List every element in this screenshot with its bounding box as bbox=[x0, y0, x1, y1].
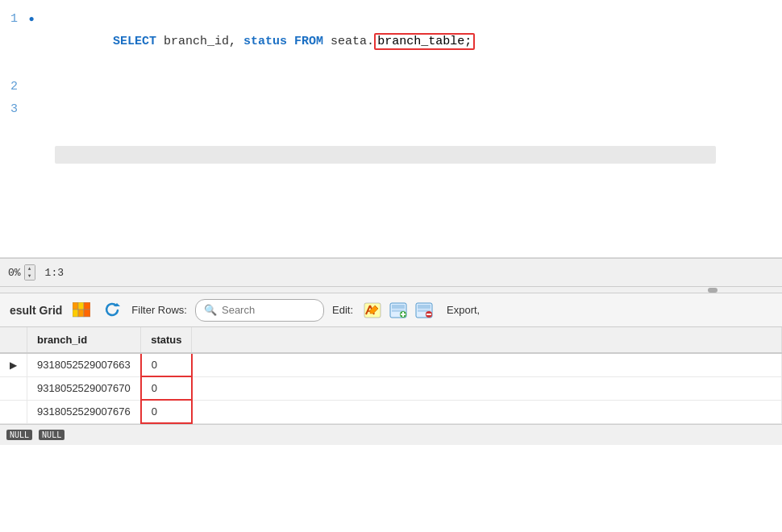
edit-pencil-button[interactable] bbox=[361, 299, 384, 322]
status-bar: 0% ▲ ▼ 1:3 bbox=[0, 258, 782, 287]
result-toolbar: esult Grid Filter Rows: 🔍 Edit: bbox=[0, 293, 782, 327]
svg-rect-0 bbox=[73, 302, 78, 310]
search-input[interactable] bbox=[222, 304, 310, 316]
row-indicator-3 bbox=[0, 400, 27, 423]
result-grid-title: esult Grid bbox=[10, 304, 62, 317]
export-label: Export, bbox=[447, 304, 480, 316]
keyword-from: FROM bbox=[294, 35, 323, 48]
grid-layout-button[interactable] bbox=[70, 299, 93, 322]
zoom-value: 0% bbox=[8, 267, 21, 279]
line-content-3 bbox=[39, 98, 782, 209]
zoom-stepper[interactable]: ▲ ▼ bbox=[24, 264, 35, 281]
status-header: status bbox=[141, 327, 192, 353]
table-row: ▶ 9318052529007663 0 bbox=[0, 353, 782, 376]
branch-id-cell-2: 9318052529007670 bbox=[27, 376, 141, 400]
code-line-1: 1 ● SELECT branch_id, status FROM seata.… bbox=[0, 8, 782, 76]
empty-cell-2 bbox=[192, 376, 782, 400]
cursor-position: 1:3 bbox=[45, 267, 64, 279]
branch-id-cell-1: 9318052529007663 bbox=[27, 353, 141, 376]
zoom-down[interactable]: ▼ bbox=[25, 272, 35, 280]
row-indicator-2 bbox=[0, 376, 27, 400]
table-row: 9318052529007676 0 bbox=[0, 400, 782, 423]
keyword-select: SELECT bbox=[113, 35, 156, 48]
status-cell-1: 0 bbox=[141, 353, 192, 376]
bottom-bar: NULL NULL bbox=[0, 424, 782, 445]
status-cell-2: 0 bbox=[141, 376, 192, 400]
grid-icon bbox=[73, 302, 90, 318]
empty-cell-1 bbox=[192, 353, 782, 376]
add-row-button[interactable] bbox=[387, 299, 410, 322]
branch-id-header: branch_id bbox=[27, 327, 141, 353]
line-content-1[interactable]: SELECT branch_id, status FROM seata.bran… bbox=[39, 8, 782, 76]
status-cell-3: 0 bbox=[141, 400, 192, 423]
highlighted-table-name: branch_table; bbox=[374, 33, 475, 50]
result-table: branch_id status ▶ 9318052529007663 0 93… bbox=[0, 327, 782, 424]
null-badge-1: NULL bbox=[6, 430, 32, 440]
line-3-gray-bar bbox=[55, 146, 716, 164]
filter-label: Filter Rows: bbox=[131, 304, 187, 316]
svg-rect-1 bbox=[78, 302, 84, 310]
svg-rect-2 bbox=[84, 302, 90, 310]
refresh-icon bbox=[103, 302, 121, 318]
search-icon: 🔍 bbox=[204, 304, 217, 317]
search-box[interactable]: 🔍 bbox=[195, 299, 324, 322]
line-dot-1: ● bbox=[24, 8, 39, 31]
scrollbar-area[interactable] bbox=[0, 287, 782, 293]
line-number-3: 3 bbox=[0, 98, 24, 121]
edit-label: Edit: bbox=[332, 304, 353, 316]
edit-icons-group bbox=[361, 299, 435, 322]
result-title-text: esult Grid bbox=[10, 304, 62, 317]
delete-row-button[interactable] bbox=[413, 299, 435, 322]
null-badge-2: NULL bbox=[39, 430, 64, 440]
code-line-2: 2 bbox=[0, 76, 782, 98]
editor-area: 1 ● SELECT branch_id, status FROM seata.… bbox=[0, 0, 782, 258]
line-number-2: 2 bbox=[0, 76, 24, 98]
zoom-up[interactable]: ▲ bbox=[25, 265, 35, 272]
pencil-icon bbox=[364, 302, 381, 318]
zoom-control: 0% ▲ ▼ bbox=[8, 264, 35, 281]
svg-rect-3 bbox=[73, 310, 78, 317]
code-lines: 1 ● SELECT branch_id, status FROM seata.… bbox=[0, 0, 782, 257]
row-indicator-1: ▶ bbox=[0, 353, 27, 376]
sql-text-2 bbox=[287, 35, 294, 48]
svg-rect-4 bbox=[78, 310, 84, 317]
svg-rect-13 bbox=[392, 305, 405, 309]
code-line-3: 3 bbox=[0, 98, 782, 209]
sql-text-1: branch_id, bbox=[156, 35, 243, 48]
scrollbar-thumb[interactable] bbox=[708, 288, 718, 293]
add-row-icon bbox=[389, 302, 407, 318]
svg-rect-5 bbox=[84, 310, 90, 317]
indicator-header bbox=[0, 327, 27, 353]
refresh-button[interactable] bbox=[101, 299, 123, 322]
delete-row-icon bbox=[415, 302, 433, 318]
table-row: 9318052529007670 0 bbox=[0, 376, 782, 400]
empty-cell-3 bbox=[192, 400, 782, 423]
line-number-1: 1 bbox=[0, 8, 24, 31]
empty-header bbox=[192, 327, 782, 353]
svg-rect-19 bbox=[418, 305, 431, 309]
branch-id-cell-3: 9318052529007676 bbox=[27, 400, 141, 423]
data-table-container: branch_id status ▶ 9318052529007663 0 93… bbox=[0, 327, 782, 424]
sql-text-3: seata. bbox=[323, 35, 374, 48]
table-header-row: branch_id status bbox=[0, 327, 782, 353]
keyword-status: status bbox=[243, 35, 287, 48]
